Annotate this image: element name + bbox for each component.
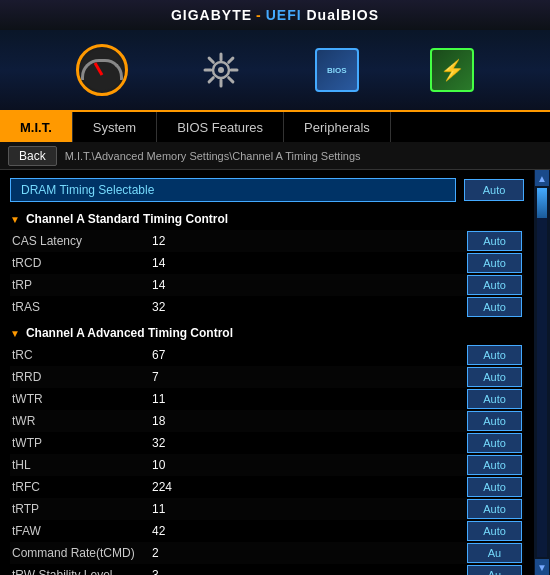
advanced-timing-row-6: tRFC 224 Auto	[10, 476, 524, 498]
tab-bios[interactable]: BIOS Features	[157, 112, 284, 142]
nav-mit[interactable]	[76, 44, 128, 96]
mit-icon	[76, 44, 128, 96]
nav-system[interactable]	[199, 48, 243, 92]
advanced-timing-row-5: tHL 10 Auto	[10, 454, 524, 476]
scroll-thumb[interactable]	[537, 188, 547, 218]
advanced-auto-btn-2[interactable]: Auto	[467, 389, 522, 409]
standard-timing-row-2: tRP 14 Auto	[10, 274, 524, 296]
tab-peripherals[interactable]: Peripherals	[284, 112, 391, 142]
advanced-auto-btn-5[interactable]: Auto	[467, 455, 522, 475]
advanced-timing-row-10: tRW Stability Level 3 Au	[10, 564, 524, 575]
scroll-track	[537, 188, 547, 557]
nav-area	[0, 30, 550, 110]
system-gear-icon	[199, 48, 243, 92]
main-content: DRAM Timing Selectable Auto ▼ Channel A …	[0, 170, 550, 575]
breadcrumb-bar: Back M.I.T.\Advanced Memory Settings\Cha…	[0, 142, 550, 170]
advanced-timing-row-3: tWR 18 Auto	[10, 410, 524, 432]
uefi-label: UEFI	[266, 7, 302, 23]
standard-auto-btn-3[interactable]: Auto	[467, 297, 522, 317]
advanced-timing-row-8: tFAW 42 Auto	[10, 520, 524, 542]
scroll-up-button[interactable]: ▲	[535, 170, 549, 186]
standard-section-header: ▼ Channel A Standard Timing Control	[10, 212, 524, 226]
dram-timing-row: DRAM Timing Selectable Auto	[10, 178, 524, 202]
dram-timing-btn[interactable]: Auto	[464, 179, 524, 201]
advanced-timing-row-4: tWTP 32 Auto	[10, 432, 524, 454]
triangle-icon-2: ▼	[10, 328, 20, 339]
content-area: DRAM Timing Selectable Auto ▼ Channel A …	[0, 170, 534, 575]
triangle-icon: ▼	[10, 214, 20, 225]
nav-peripherals[interactable]	[430, 48, 474, 92]
standard-auto-btn-1[interactable]: Auto	[467, 253, 522, 273]
advanced-auto-btn-6[interactable]: Auto	[467, 477, 522, 497]
header-bar: GIGABYTE - UEFI DualBIOS	[0, 0, 550, 30]
breadcrumb: M.I.T.\Advanced Memory Settings\Channel …	[65, 150, 361, 162]
standard-auto-btn-0[interactable]: Auto	[467, 231, 522, 251]
advanced-timing-row-9: Command Rate(tCMD) 2 Au	[10, 542, 524, 564]
advanced-auto-btn-10[interactable]: Au	[467, 565, 522, 575]
advanced-timing-row-7: tRTP 11 Auto	[10, 498, 524, 520]
peripherals-icon	[430, 48, 474, 92]
advanced-timing-row-2: tWTR 11 Auto	[10, 388, 524, 410]
nav-bios[interactable]	[315, 48, 359, 92]
tab-bar: M.I.T. System BIOS Features Peripherals	[0, 110, 550, 142]
advanced-auto-btn-0[interactable]: Auto	[467, 345, 522, 365]
back-button[interactable]: Back	[8, 146, 57, 166]
svg-line-9	[209, 78, 213, 82]
svg-line-8	[229, 58, 233, 62]
advanced-section-header: ▼ Channel A Advanced Timing Control	[10, 326, 524, 340]
advanced-auto-btn-7[interactable]: Auto	[467, 499, 522, 519]
svg-line-6	[209, 58, 213, 62]
dualbios-label: DualBIOS	[307, 7, 380, 23]
dram-timing-label: DRAM Timing Selectable	[10, 178, 456, 202]
standard-timing-row-0: CAS Latency 12 Auto	[10, 230, 524, 252]
advanced-auto-btn-9[interactable]: Au	[467, 543, 522, 563]
standard-timing-row-1: tRCD 14 Auto	[10, 252, 524, 274]
standard-timing-row-3: tRAS 32 Auto	[10, 296, 524, 318]
advanced-timing-row-0: tRC 67 Auto	[10, 344, 524, 366]
bios-chip-icon	[315, 48, 359, 92]
advanced-auto-btn-3[interactable]: Auto	[467, 411, 522, 431]
brand-name: GIGABYTE	[171, 7, 252, 23]
advanced-auto-btn-8[interactable]: Auto	[467, 521, 522, 541]
svg-point-1	[218, 67, 224, 73]
advanced-auto-btn-4[interactable]: Auto	[467, 433, 522, 453]
svg-line-7	[229, 78, 233, 82]
tab-system[interactable]: System	[73, 112, 157, 142]
tab-mit[interactable]: M.I.T.	[0, 112, 73, 142]
standard-auto-btn-2[interactable]: Auto	[467, 275, 522, 295]
advanced-auto-btn-1[interactable]: Auto	[467, 367, 522, 387]
advanced-timing-row-1: tRRD 7 Auto	[10, 366, 524, 388]
header-separator: -	[256, 7, 262, 23]
scroll-down-button[interactable]: ▼	[535, 559, 549, 575]
scrollbar: ▲ ▼	[534, 170, 550, 575]
